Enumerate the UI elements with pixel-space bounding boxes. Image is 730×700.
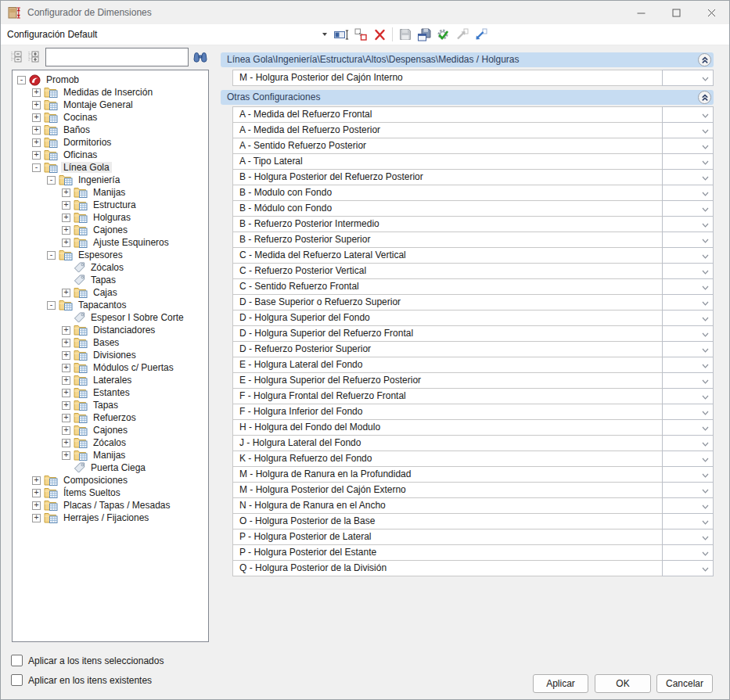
tree-item[interactable]: + Cajas (13, 286, 208, 299)
collapse-node-icon[interactable]: - (47, 251, 56, 260)
config-value-dropdown[interactable] (662, 278, 714, 295)
search-input[interactable] (45, 48, 189, 66)
tree-item-label[interactable]: Composiciones (61, 475, 130, 486)
expand-node-icon[interactable]: + (62, 226, 70, 235)
expand-node-icon[interactable]: + (32, 151, 41, 160)
config-value-dropdown[interactable] (662, 529, 714, 545)
collapse-node-icon[interactable]: - (47, 176, 56, 185)
tree-item[interactable]: Tapas (13, 274, 208, 286)
collapse-all-button[interactable] (8, 48, 24, 65)
tree-item-label[interactable]: Zócalos (91, 437, 128, 448)
tree-item[interactable]: + Placas / Tapas / Mesadas (13, 499, 208, 512)
expand-node-icon[interactable]: + (62, 201, 70, 210)
tree-item-label[interactable]: Bases (91, 337, 121, 348)
config-value-dropdown[interactable] (662, 466, 714, 483)
tree-item-label[interactable]: Manijas (91, 450, 128, 461)
config-value-dropdown[interactable] (662, 138, 714, 154)
expand-node-icon[interactable]: + (62, 188, 70, 197)
tree-item-label[interactable]: Ítems Sueltos (61, 487, 123, 498)
tree-item-label[interactable]: Montaje General (61, 99, 135, 110)
tree-item[interactable]: + Montaje General (13, 99, 208, 111)
tree-item[interactable]: + Herrajes / Fijaciones (13, 512, 208, 524)
tree-item-label[interactable]: Cocinas (61, 112, 99, 123)
tree-item-label[interactable]: Tapas (91, 400, 120, 411)
minimize-button[interactable] (624, 1, 659, 24)
expand-node-icon[interactable]: + (62, 289, 70, 297)
tree-item[interactable]: + Refuerzos (13, 411, 208, 424)
expand-all-button[interactable] (25, 48, 41, 65)
expand-node-icon[interactable]: + (62, 401, 70, 410)
tree-item[interactable]: + Ajuste Esquineros (13, 236, 208, 249)
config-value-dropdown[interactable] (662, 70, 714, 86)
config-value-dropdown[interactable] (662, 372, 714, 389)
config-value-dropdown[interactable] (662, 497, 714, 514)
config-value-dropdown[interactable] (662, 263, 714, 279)
tree-item[interactable]: + Manijas (13, 449, 208, 461)
tree-item[interactable]: - Ingeniería (13, 174, 208, 186)
tree-item[interactable]: + Divisiones (13, 349, 208, 361)
tree-item[interactable]: + Tapas (13, 399, 208, 411)
tree-item[interactable]: Zócalos (13, 261, 208, 274)
expand-node-icon[interactable]: + (32, 476, 41, 485)
tree-item-label[interactable]: Holguras (91, 212, 133, 223)
rename-config-button[interactable] (333, 26, 351, 44)
config-value-dropdown[interactable] (662, 357, 714, 373)
tree-item[interactable]: - Línea Gola (13, 161, 208, 174)
expand-node-icon[interactable]: + (62, 439, 70, 447)
maximize-button[interactable] (659, 1, 694, 24)
expand-node-icon[interactable]: + (62, 414, 70, 422)
collapse-node-icon[interactable]: - (47, 301, 56, 310)
config-value-dropdown[interactable] (662, 419, 714, 436)
tree-item-label[interactable]: Laterales (91, 375, 134, 386)
tree-item[interactable]: + Estantes (13, 386, 208, 399)
copy-config-button[interactable] (352, 26, 369, 44)
tree-item[interactable]: + Bases (13, 336, 208, 349)
tree-item-label[interactable]: Baños (61, 124, 92, 135)
tree-item-label[interactable]: Manijas (91, 187, 128, 198)
expand-node-icon[interactable]: + (32, 88, 41, 97)
expand-node-icon[interactable]: + (62, 214, 70, 222)
tree-item[interactable]: + Módulos c/ Puertas (13, 361, 208, 374)
tree-item-label[interactable]: Tapacantos (76, 300, 128, 311)
expand-node-icon[interactable]: + (62, 376, 70, 385)
apply-selected-items-checkbox[interactable]: Aplicar a los itens seleccionados (11, 655, 164, 666)
tree-item[interactable]: + Holguras (13, 211, 208, 224)
config-value-dropdown[interactable] (662, 341, 714, 357)
apply-existing-items-checkbox[interactable]: Aplicar en los itens existentes (11, 674, 152, 686)
config-value-dropdown[interactable] (662, 544, 714, 561)
expand-node-icon[interactable]: + (32, 489, 41, 497)
search-button[interactable] (192, 49, 208, 66)
config-value-dropdown[interactable] (662, 325, 714, 342)
tree-item-label[interactable]: Divisiones (91, 350, 138, 361)
tree-item[interactable]: + Zócalos (13, 436, 208, 449)
apply-config-button[interactable] (434, 26, 451, 44)
tree-item-label[interactable]: Ingeniería (76, 174, 122, 185)
config-value-dropdown[interactable] (662, 185, 714, 201)
config-value-dropdown[interactable] (662, 200, 714, 217)
config-value-dropdown[interactable] (662, 106, 714, 123)
close-button[interactable] (694, 1, 729, 24)
apply-button[interactable]: Aplicar (533, 674, 588, 693)
config-value-dropdown[interactable] (662, 404, 714, 420)
tree-item-label[interactable]: Estructura (91, 199, 138, 210)
tree-item-label[interactable]: Medidas de Inserción (61, 87, 155, 98)
tree-item-label[interactable]: Línea Gola (61, 162, 112, 173)
export-config-button-disabled[interactable] (453, 26, 470, 44)
save-config-button[interactable] (415, 26, 433, 44)
ok-button[interactable]: OK (595, 674, 651, 693)
config-value-dropdown[interactable] (662, 482, 714, 498)
tree-item-label[interactable]: Placas / Tapas / Mesadas (61, 500, 173, 511)
import-config-button[interactable] (472, 26, 489, 44)
expand-node-icon[interactable]: + (62, 239, 70, 247)
tree-item[interactable]: + Oficinas (13, 149, 208, 161)
tree-item[interactable]: + Estructura (13, 199, 208, 211)
expand-node-icon[interactable]: + (32, 113, 41, 122)
tree-item-label[interactable]: Cajones (91, 224, 130, 235)
collapse-node-icon[interactable]: - (32, 163, 41, 172)
expand-node-icon[interactable]: + (62, 351, 70, 360)
tree-item[interactable]: + Composiciones (13, 474, 208, 486)
expand-node-icon[interactable]: + (32, 101, 41, 109)
collapse-node-icon[interactable]: - (17, 76, 26, 84)
tree-item[interactable]: - Promob (13, 74, 208, 86)
tree-item[interactable]: Puerta Ciega (13, 461, 208, 474)
